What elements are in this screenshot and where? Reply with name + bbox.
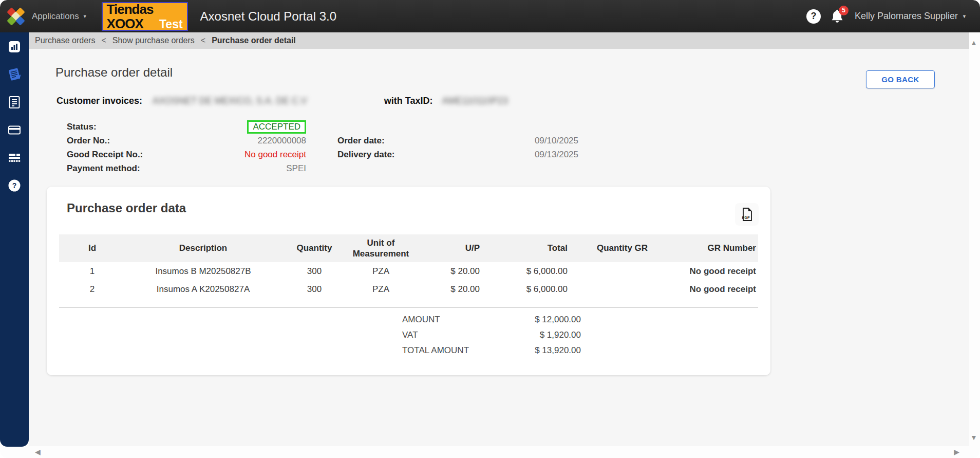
breadcrumb-purchase-orders[interactable]: Purchase orders <box>35 36 95 45</box>
tenant-logo-xoox: XOOX <box>107 17 143 30</box>
good-receipt-label: Good Receipt No.: <box>67 150 143 160</box>
customer-invoices-label: Customer invoices: <box>56 96 142 106</box>
payment-method-value: SPEI <box>286 163 306 174</box>
sidebar-item-documents[interactable] <box>6 95 23 109</box>
status-row: Status: ACCEPTED <box>67 120 306 134</box>
go-back-button[interactable]: GO BACK <box>866 70 935 88</box>
notification-count-badge: 5 <box>839 6 849 15</box>
document-icon <box>7 95 22 109</box>
cell-total: $ 6,000.00 <box>482 262 570 280</box>
scroll-left-arrow-icon[interactable]: ◀ <box>35 448 41 456</box>
applications-menu[interactable]: Applications ▼ <box>32 11 87 22</box>
cell-uom: PZA <box>348 280 414 298</box>
table-divider <box>59 307 758 308</box>
purchase-order-table: Id Description Quantity Unit of Measurem… <box>59 234 758 298</box>
tax-id-label: with TaxID: <box>384 96 433 106</box>
total-amount-label: TOTAL AMOUNT <box>402 345 469 356</box>
axosnet-logo-icon <box>6 7 26 26</box>
sidebar-item-help[interactable]: ? <box>6 178 23 193</box>
download-pdf-button[interactable]: PDF <box>735 203 759 226</box>
table-header-row: Id Description Quantity Unit of Measurem… <box>59 234 758 262</box>
order-date-row: Order date: 09/10/2025 <box>337 134 578 148</box>
notifications-bell-icon[interactable]: 5 <box>830 9 845 24</box>
breadcrumb-show-purchase-orders[interactable]: Show purchase orders <box>112 36 195 45</box>
bar-chart-icon <box>7 40 22 54</box>
table-row: 1 Insumos B M20250827B 300 PZA $ 20.00 $… <box>59 262 758 280</box>
chevron-down-icon: ▼ <box>83 14 87 19</box>
cell-quantity: 300 <box>281 280 348 298</box>
svg-text:PDF: PDF <box>742 215 750 220</box>
cell-quantity: 300 <box>281 262 348 280</box>
delivery-date-row: Delivery date: 09/13/2025 <box>337 148 578 161</box>
svg-text:?: ? <box>12 181 17 190</box>
table-row: 2 Insumos A K20250827A 300 PZA $ 20.00 $… <box>59 280 758 298</box>
tax-id-value-redacted: AME110110P23 <box>442 96 507 106</box>
scroll-right-arrow-icon[interactable]: ▶ <box>954 448 959 456</box>
delivery-date-label: Delivery date: <box>337 150 395 160</box>
customer-invoices-value-redacted: AXOSNET DE MEXICO, S.A. DE C.V <box>153 96 307 106</box>
page-title: Purchase order detail <box>55 65 173 80</box>
col-header-uom: Unit of Measurement <box>348 234 414 262</box>
vat-label: VAT <box>402 330 418 340</box>
tenant-logo-line1: Tiendas <box>107 3 183 16</box>
sidebar-item-analytics[interactable] <box>6 40 23 54</box>
breadcrumb: Purchase orders < Show purchase orders <… <box>29 32 969 49</box>
col-header-quantity-gr: Quantity GR <box>570 234 675 262</box>
tenant-logo[interactable]: Tiendas XOOX Test <box>102 2 188 31</box>
order-no-value: 2220000008 <box>257 136 306 146</box>
sidebar-item-reports[interactable] <box>6 151 23 165</box>
purchase-order-data-card: Purchase order data PDF Id Description <box>47 187 770 375</box>
order-date-value: 09/10/2025 <box>535 136 578 146</box>
col-header-description: Description <box>125 234 281 262</box>
tenant-logo-test-badge: Test <box>159 19 183 30</box>
order-date-label: Order date: <box>337 136 385 146</box>
order-fields-left: Status: ACCEPTED Order No.: 2220000008 G… <box>67 120 306 175</box>
cell-uom: PZA <box>348 262 414 280</box>
cell-id: 1 <box>59 262 125 280</box>
sidebar-nav: ? <box>0 32 29 447</box>
breadcrumb-separator: < <box>201 36 205 45</box>
vertical-scrollbar[interactable]: ▲ ▼ <box>969 32 980 446</box>
top-bar: Applications ▼ Tiendas XOOX Test Axosnet… <box>0 0 980 32</box>
order-no-row: Order No.: 2220000008 <box>67 134 306 148</box>
summary-total-row: TOTAL AMOUNT $ 13,920.00 <box>402 343 581 358</box>
scroll-down-arrow-icon[interactable]: ▼ <box>970 433 977 442</box>
sidebar-item-purchase-orders[interactable] <box>6 67 23 82</box>
payment-method-row: Payment method: SPEI <box>67 161 306 175</box>
help-circle-icon: ? <box>7 178 22 193</box>
user-menu[interactable]: Kelly Palomares Supplier ▼ <box>855 11 967 22</box>
totals-summary: AMOUNT $ 12,000.00 VAT $ 1,920.00 TOTAL … <box>402 312 581 358</box>
payment-method-label: Payment method: <box>67 163 140 174</box>
card-title: Purchase order data <box>67 201 186 215</box>
customer-invoice-row: Customer invoices: AXOSNET DE MEXICO, S.… <box>56 94 508 108</box>
scroll-up-arrow-icon[interactable]: ▲ <box>970 39 977 47</box>
horizontal-scrollbar[interactable]: ◀ ▶ <box>29 446 980 458</box>
cell-quantity-gr <box>570 280 675 298</box>
applications-label: Applications <box>32 11 79 22</box>
breadcrumb-separator: < <box>101 36 106 45</box>
cell-total: $ 6,000.00 <box>482 280 570 298</box>
total-amount-value: $ 13,920.00 <box>535 345 581 356</box>
cell-gr-number: No good receipt <box>675 280 758 298</box>
cell-up: $ 20.00 <box>414 262 482 280</box>
delivery-date-value: 09/13/2025 <box>535 150 578 160</box>
table-rows-icon <box>7 151 22 165</box>
cell-id: 2 <box>59 280 125 298</box>
amount-value: $ 12,000.00 <box>535 315 581 325</box>
status-label: Status: <box>67 122 97 132</box>
chevron-down-icon: ▼ <box>962 14 967 19</box>
help-icon[interactable]: ? <box>806 9 821 24</box>
credit-card-icon <box>7 123 22 137</box>
user-name: Kelly Palomares Supplier <box>855 11 958 22</box>
good-receipt-row: Good Receipt No.: No good receipt <box>67 148 306 161</box>
summary-vat-row: VAT $ 1,920.00 <box>402 327 581 343</box>
amount-label: AMOUNT <box>402 315 440 325</box>
cell-gr-number: No good receipt <box>675 262 758 280</box>
col-header-id: Id <box>59 234 125 262</box>
main-content: Purchase order detail GO BACK Customer i… <box>29 49 969 446</box>
sidebar-item-payments[interactable] <box>6 123 23 137</box>
order-fields-right: Order date: 09/10/2025 Delivery date: 09… <box>337 134 578 161</box>
good-receipt-value: No good receipt <box>244 150 306 160</box>
vat-value: $ 1,920.00 <box>540 330 581 340</box>
cell-description: Insumos A K20250827A <box>125 280 281 298</box>
